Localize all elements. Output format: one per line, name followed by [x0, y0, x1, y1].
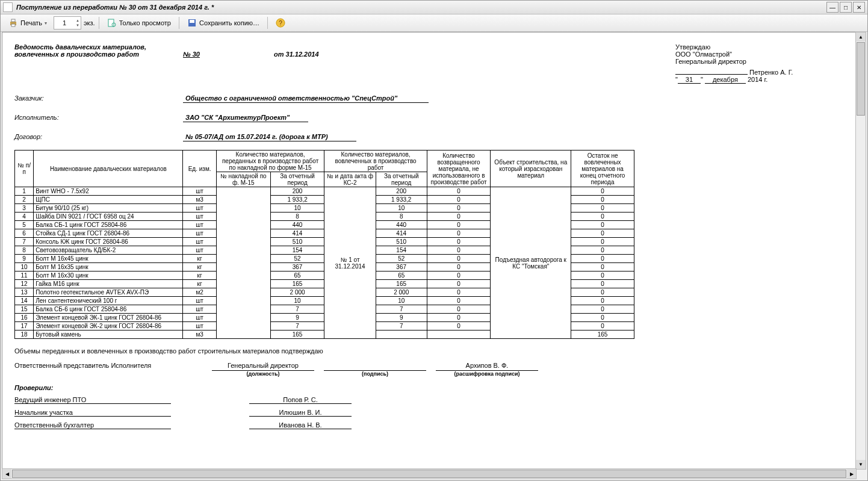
preview-label: Только просмотр	[119, 19, 171, 26]
checker-row: Ведущий инженер ПТО Попов Р. С.	[14, 396, 844, 404]
help-button[interactable]: ?	[271, 16, 290, 29]
col-g2a: № и дата акта ф КС-2	[324, 172, 376, 187]
position-value: Генеральный директор	[212, 362, 314, 371]
col-unit: Ед. изм.	[183, 151, 216, 187]
svg-rect-6	[190, 20, 194, 23]
checked-label: Проверили:	[14, 384, 844, 391]
doc-title: Ведомость давальческих материалов, вовле…	[14, 43, 675, 58]
col-name: Наименование давальческих материалов	[34, 151, 183, 187]
close-button[interactable]: ✕	[853, 2, 865, 13]
checker-row: Начальник участка Илюшин В. И.	[14, 409, 844, 417]
scroll-up-icon[interactable]: ▲	[856, 33, 866, 42]
minimize-button[interactable]: —	[826, 2, 839, 13]
col-object: Объект строительства, на который израсхо…	[491, 151, 571, 187]
col-returned: Количество возвращенного материала, не и…	[427, 151, 491, 187]
copies-input[interactable]	[54, 19, 75, 27]
doc-date: от 31.12.2014	[274, 51, 319, 58]
preview-button[interactable]: Только просмотр	[103, 16, 175, 29]
col-group1: Количество материалов, переданных в прои…	[216, 151, 324, 172]
print-button[interactable]: Печать ▾	[4, 16, 51, 29]
scroll-left-icon[interactable]: ◀	[2, 469, 11, 479]
customer-label: Заказчик:	[14, 95, 183, 103]
scroll-thumb[interactable]	[857, 42, 865, 116]
customer-value: Общество с ограниченной ответственностью…	[183, 95, 429, 103]
separator	[99, 17, 99, 29]
approve-month: декабря	[705, 76, 746, 84]
approval-block: Утверждаю ООО "Олмастрой" Генеральный ди…	[675, 43, 844, 84]
save-copy-button[interactable]: Сохранить копию…	[183, 16, 264, 29]
svg-text:?: ?	[279, 20, 282, 26]
table-row: 1Винт WHO - 7.5х92шт200№ 1 от 31.12.2014…	[15, 187, 634, 196]
toolbar: Печать ▾ ▲▼ экз. Только просмотр Сохрани…	[1, 14, 867, 32]
signature-line	[324, 362, 426, 371]
preview-icon	[107, 18, 117, 28]
signer-name: Архипов В. Ф.	[436, 362, 538, 371]
svg-rect-2	[11, 24, 15, 26]
title-bar: Поступление из переработки № 30 от 31 де…	[1, 1, 867, 14]
vertical-scrollbar[interactable]: ▲ ▼	[855, 32, 866, 470]
col-rest: Остаток не вовлеченных материалов на кон…	[571, 151, 634, 187]
scroll-thumb[interactable]	[12, 470, 846, 478]
doc-number: № 30	[183, 51, 200, 58]
signature-block: Ответственный представитель Исполнителя …	[14, 362, 844, 377]
rep-label: Ответственный представитель Исполнителя	[14, 362, 207, 377]
svg-rect-1	[11, 19, 15, 22]
window-title: Поступление из переработки № 30 от 31 де…	[16, 4, 825, 11]
copies-spinner[interactable]: ▲▼	[54, 16, 81, 29]
col-g1a: № накладной по ф. М-15	[216, 172, 270, 187]
separator	[267, 17, 268, 29]
executor-value: ЗАО "СК "АрхитектурПроект"	[183, 114, 308, 122]
col-g2b: За отчетный период	[376, 172, 427, 187]
contract-label: Договор:	[14, 133, 183, 141]
separator	[179, 17, 179, 29]
col-g1b: За отчетный период	[270, 172, 324, 187]
col-group2: Количество материалов, вовлеченных в про…	[324, 151, 427, 172]
print-label: Печать	[20, 19, 42, 26]
horizontal-scrollbar[interactable]: ◀ ▶	[2, 468, 857, 479]
scroll-down-icon[interactable]: ▼	[856, 460, 866, 469]
contract-value: № 05-07/АД от 15.07.2014 г. (дорога к МТ…	[183, 133, 356, 141]
copies-suffix: экз.	[84, 19, 95, 26]
spinner-arrows-icon[interactable]: ▲▼	[75, 18, 81, 28]
page-content: Ведомость давальческих материалов, вовле…	[2, 32, 857, 470]
save-icon	[187, 18, 197, 28]
printer-icon	[8, 18, 18, 28]
doc-icon	[3, 2, 13, 12]
dropdown-icon: ▾	[45, 20, 47, 26]
executor-label: Исполнитель:	[14, 114, 183, 122]
maximize-button[interactable]: □	[840, 2, 852, 13]
save-copy-label: Сохранить копию…	[199, 19, 259, 26]
help-icon: ?	[276, 18, 285, 28]
approve-year: 2014 г.	[748, 76, 767, 83]
checker-row: Ответственный бухгалтер Иванова Н. В.	[14, 421, 844, 429]
app-window: Поступление из переработки № 30 от 31 де…	[0, 0, 868, 481]
approve-day: 31	[678, 76, 701, 84]
confirm-text: Объемы переданных и вовлеченных в произв…	[14, 347, 844, 355]
approve-person: Петренко А. Г.	[749, 69, 793, 76]
materials-table: № п/п Наименование давальческих материал…	[14, 150, 634, 339]
scroll-right-icon[interactable]: ▶	[847, 469, 856, 479]
col-num: № п/п	[15, 151, 34, 187]
